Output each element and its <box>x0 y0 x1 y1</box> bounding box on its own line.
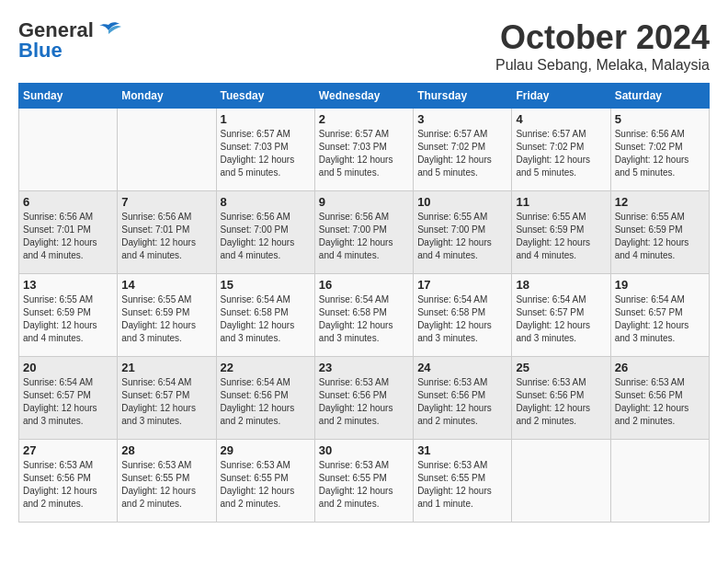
header-day-friday: Friday <box>512 84 610 109</box>
day-number: 31 <box>417 443 507 457</box>
week-row-1: 6Sunrise: 6:56 AM Sunset: 7:01 PM Daylig… <box>19 191 710 274</box>
day-number: 7 <box>121 195 211 209</box>
day-info: Sunrise: 6:54 AM Sunset: 6:57 PM Dayligh… <box>615 293 705 345</box>
calendar-cell <box>610 440 709 523</box>
week-row-4: 27Sunrise: 6:53 AM Sunset: 6:56 PM Dayli… <box>19 440 710 523</box>
day-number: 23 <box>319 361 409 374</box>
day-number: 27 <box>23 443 113 457</box>
day-number: 4 <box>516 112 606 126</box>
day-info: Sunrise: 6:54 AM Sunset: 6:57 PM Dayligh… <box>516 293 606 345</box>
calendar-cell: 30Sunrise: 6:53 AM Sunset: 6:55 PM Dayli… <box>314 440 413 523</box>
calendar-cell <box>19 109 118 191</box>
day-number: 14 <box>121 278 211 292</box>
calendar-cell: 4Sunrise: 6:57 AM Sunset: 7:02 PM Daylig… <box>512 109 610 191</box>
calendar-cell: 21Sunrise: 6:54 AM Sunset: 6:57 PM Dayli… <box>118 357 216 440</box>
calendar-cell: 15Sunrise: 6:54 AM Sunset: 6:58 PM Dayli… <box>216 274 314 357</box>
calendar-header: SundayMondayTuesdayWednesdayThursdayFrid… <box>19 84 710 109</box>
day-info: Sunrise: 6:53 AM Sunset: 6:55 PM Dayligh… <box>417 459 507 511</box>
header-day-saturday: Saturday <box>610 84 709 109</box>
day-info: Sunrise: 6:53 AM Sunset: 6:55 PM Dayligh… <box>221 459 311 511</box>
calendar-cell: 22Sunrise: 6:54 AM Sunset: 6:56 PM Dayli… <box>216 357 314 440</box>
day-info: Sunrise: 6:56 AM Sunset: 7:00 PM Dayligh… <box>319 211 409 262</box>
day-number: 12 <box>615 195 705 209</box>
day-number: 8 <box>221 195 311 209</box>
day-info: Sunrise: 6:54 AM Sunset: 6:57 PM Dayligh… <box>121 376 211 428</box>
week-row-2: 13Sunrise: 6:55 AM Sunset: 6:59 PM Dayli… <box>19 274 710 357</box>
header-day-thursday: Thursday <box>414 84 512 109</box>
calendar-cell: 19Sunrise: 6:54 AM Sunset: 6:57 PM Dayli… <box>610 274 709 357</box>
calendar-table: SundayMondayTuesdayWednesdayThursdayFrid… <box>18 83 710 523</box>
calendar-cell: 1Sunrise: 6:57 AM Sunset: 7:03 PM Daylig… <box>216 109 314 191</box>
day-info: Sunrise: 6:55 AM Sunset: 6:59 PM Dayligh… <box>516 211 606 262</box>
day-info: Sunrise: 6:57 AM Sunset: 7:02 PM Dayligh… <box>516 128 606 179</box>
location: Pulau Sebang, Melaka, Malaysia <box>495 57 710 74</box>
day-number: 21 <box>121 361 211 374</box>
calendar-cell <box>512 440 610 523</box>
day-info: Sunrise: 6:55 AM Sunset: 7:00 PM Dayligh… <box>417 211 507 262</box>
month-title: October 2024 <box>495 18 710 57</box>
week-row-0: 1Sunrise: 6:57 AM Sunset: 7:03 PM Daylig… <box>19 109 710 191</box>
day-number: 5 <box>615 112 705 126</box>
calendar-cell: 5Sunrise: 6:56 AM Sunset: 7:02 PM Daylig… <box>610 109 709 191</box>
day-info: Sunrise: 6:56 AM Sunset: 7:02 PM Dayligh… <box>615 128 705 179</box>
day-number: 11 <box>516 195 606 209</box>
day-info: Sunrise: 6:56 AM Sunset: 7:00 PM Dayligh… <box>221 211 311 262</box>
day-number: 13 <box>23 278 113 292</box>
header-row: SundayMondayTuesdayWednesdayThursdayFrid… <box>19 84 710 109</box>
day-number: 9 <box>319 195 409 209</box>
calendar-cell: 28Sunrise: 6:53 AM Sunset: 6:55 PM Dayli… <box>118 440 216 523</box>
calendar-cell: 7Sunrise: 6:56 AM Sunset: 7:01 PM Daylig… <box>118 191 216 274</box>
day-number: 10 <box>417 195 507 209</box>
calendar-cell: 14Sunrise: 6:55 AM Sunset: 6:59 PM Dayli… <box>118 274 216 357</box>
calendar-cell: 9Sunrise: 6:56 AM Sunset: 7:00 PM Daylig… <box>314 191 413 274</box>
calendar-cell: 3Sunrise: 6:57 AM Sunset: 7:02 PM Daylig… <box>414 109 512 191</box>
calendar-cell: 23Sunrise: 6:53 AM Sunset: 6:56 PM Dayli… <box>314 357 413 440</box>
calendar-cell <box>118 109 216 191</box>
header-day-tuesday: Tuesday <box>216 84 314 109</box>
calendar-cell: 29Sunrise: 6:53 AM Sunset: 6:55 PM Dayli… <box>216 440 314 523</box>
day-info: Sunrise: 6:53 AM Sunset: 6:56 PM Dayligh… <box>319 376 409 428</box>
day-number: 17 <box>417 278 507 292</box>
title-area: October 2024 Pulau Sebang, Melaka, Malay… <box>495 18 710 74</box>
day-number: 15 <box>221 278 311 292</box>
calendar-cell: 17Sunrise: 6:54 AM Sunset: 6:58 PM Dayli… <box>414 274 512 357</box>
week-row-3: 20Sunrise: 6:54 AM Sunset: 6:57 PM Dayli… <box>19 357 710 440</box>
day-number: 20 <box>23 361 113 374</box>
calendar-cell: 10Sunrise: 6:55 AM Sunset: 7:00 PM Dayli… <box>414 191 512 274</box>
header-day-monday: Monday <box>118 84 216 109</box>
calendar-cell: 11Sunrise: 6:55 AM Sunset: 6:59 PM Dayli… <box>512 191 610 274</box>
calendar-cell: 26Sunrise: 6:53 AM Sunset: 6:56 PM Dayli… <box>610 357 709 440</box>
logo-blue: Blue <box>18 39 63 63</box>
day-info: Sunrise: 6:53 AM Sunset: 6:55 PM Dayligh… <box>319 459 409 511</box>
calendar-cell: 12Sunrise: 6:55 AM Sunset: 6:59 PM Dayli… <box>610 191 709 274</box>
day-info: Sunrise: 6:54 AM Sunset: 6:58 PM Dayligh… <box>417 293 507 345</box>
page-header: General Blue October 2024 Pulau Sebang, … <box>18 18 710 74</box>
day-number: 2 <box>319 112 409 126</box>
calendar-cell: 16Sunrise: 6:54 AM Sunset: 6:58 PM Dayli… <box>314 274 413 357</box>
day-info: Sunrise: 6:54 AM Sunset: 6:58 PM Dayligh… <box>319 293 409 345</box>
day-info: Sunrise: 6:53 AM Sunset: 6:56 PM Dayligh… <box>516 376 606 428</box>
logo-bird-icon <box>96 21 121 40</box>
day-info: Sunrise: 6:55 AM Sunset: 6:59 PM Dayligh… <box>615 211 705 262</box>
calendar-cell: 31Sunrise: 6:53 AM Sunset: 6:55 PM Dayli… <box>414 440 512 523</box>
day-number: 6 <box>23 195 113 209</box>
day-info: Sunrise: 6:55 AM Sunset: 6:59 PM Dayligh… <box>23 293 113 345</box>
calendar-cell: 6Sunrise: 6:56 AM Sunset: 7:01 PM Daylig… <box>19 191 118 274</box>
day-info: Sunrise: 6:57 AM Sunset: 7:03 PM Dayligh… <box>319 128 409 179</box>
day-number: 30 <box>319 443 409 457</box>
day-info: Sunrise: 6:54 AM Sunset: 6:56 PM Dayligh… <box>221 376 311 428</box>
day-number: 22 <box>221 361 311 374</box>
calendar-cell: 25Sunrise: 6:53 AM Sunset: 6:56 PM Dayli… <box>512 357 610 440</box>
day-number: 26 <box>615 361 705 374</box>
calendar-cell: 24Sunrise: 6:53 AM Sunset: 6:56 PM Dayli… <box>414 357 512 440</box>
calendar-body: 1Sunrise: 6:57 AM Sunset: 7:03 PM Daylig… <box>19 109 710 523</box>
day-info: Sunrise: 6:55 AM Sunset: 6:59 PM Dayligh… <box>121 293 211 345</box>
day-number: 1 <box>221 112 311 126</box>
day-info: Sunrise: 6:56 AM Sunset: 7:01 PM Dayligh… <box>23 211 113 262</box>
calendar-cell: 18Sunrise: 6:54 AM Sunset: 6:57 PM Dayli… <box>512 274 610 357</box>
day-info: Sunrise: 6:57 AM Sunset: 7:03 PM Dayligh… <box>221 128 311 179</box>
day-number: 25 <box>516 361 606 374</box>
day-number: 18 <box>516 278 606 292</box>
day-info: Sunrise: 6:54 AM Sunset: 6:58 PM Dayligh… <box>221 293 311 345</box>
day-number: 3 <box>417 112 507 126</box>
